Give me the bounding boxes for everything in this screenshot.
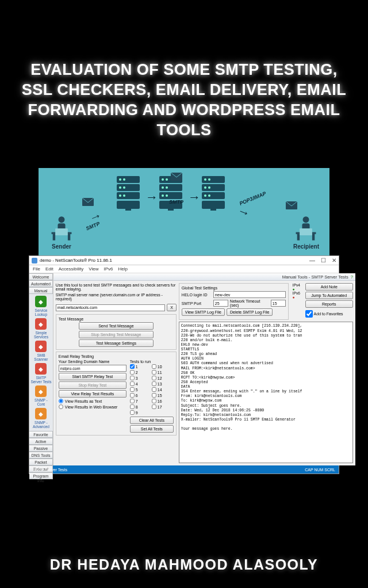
intro-text: Use this tool to send test SMTP messages… — [56, 283, 177, 291]
tool-label[interactable]: SNMP - Core — [30, 398, 52, 406]
test-checkbox-4[interactable] — [130, 381, 135, 386]
tool-label[interactable]: SMTP Server Tests — [30, 376, 52, 384]
set-all-button[interactable]: Set All Tests — [130, 425, 174, 433]
clear-server-button[interactable]: X — [167, 304, 177, 311]
menu-help[interactable]: Help — [118, 266, 127, 272]
relay-domain-label: Your Sending Domain Name — [59, 360, 126, 364]
view-browser-radio[interactable] — [59, 404, 63, 409]
test-checkbox-12[interactable] — [152, 376, 156, 380]
reports-button[interactable]: Reports — [305, 300, 353, 308]
add-note-button[interactable]: Add Note — [305, 283, 353, 291]
protocol-label: SMTP — [169, 199, 183, 205]
tool-label[interactable]: SNMP - Advanced — [30, 421, 52, 429]
ip-indicator: IPv4 ● IPv6 ● — [293, 283, 303, 299]
svg-point-0 — [59, 217, 65, 223]
app-window: demo - NetScanTools® Pro 11.86.1 — ☐ ✕ F… — [29, 255, 339, 474]
helo-label: HELO login ID — [182, 293, 212, 297]
app-icon — [32, 258, 37, 264]
test-checkbox-6[interactable] — [130, 393, 135, 398]
svg-rect-10 — [312, 234, 315, 240]
timeout-input[interactable] — [271, 300, 286, 307]
test-checkbox-9[interactable] — [130, 410, 135, 415]
test-checkbox-3[interactable] — [130, 376, 135, 380]
close-button[interactable]: ✕ — [332, 257, 336, 264]
test-checkbox-7[interactable] — [130, 399, 135, 403]
clear-all-button[interactable]: Clear All Tests — [130, 417, 174, 424]
send-test-button[interactable]: Send Test Message — [79, 322, 154, 330]
test-checkbox-13[interactable] — [152, 381, 156, 386]
tool-icon[interactable]: ◆ — [35, 296, 47, 307]
view-text-radio[interactable] — [59, 399, 63, 403]
test-checkbox-16[interactable] — [152, 399, 156, 403]
relay-group: Email Relay Testing Your Sending Domain … — [56, 352, 177, 436]
tool-icon[interactable]: ◆ — [35, 341, 47, 352]
tool-icon[interactable]: ◆ — [35, 385, 47, 397]
menu-edit[interactable]: Edit — [45, 266, 53, 272]
test-checkbox-1[interactable] — [130, 364, 135, 369]
menubar: File Edit Accessibility View IPv6 Help — [29, 265, 339, 273]
protocol-label: SMTP — [85, 221, 101, 232]
tool-icon[interactable]: ◆ — [35, 363, 47, 375]
maximize-button[interactable]: ☐ — [321, 257, 326, 264]
svg-rect-5 — [55, 228, 68, 235]
test-checkbox-14[interactable] — [152, 387, 156, 392]
sidebar-tab-manual-all[interactable]: Manual Tools (all) — [29, 287, 53, 294]
tool-label[interactable]: SMB Scanner — [30, 353, 52, 361]
tool-label[interactable]: Service Lookup — [30, 308, 52, 316]
smtp-server-input[interactable] — [56, 304, 165, 311]
menu-file[interactable]: File — [33, 266, 40, 272]
main-panel: Manual Tools - SMTP Server Tests ? Use t… — [53, 273, 355, 465]
svg-rect-9 — [297, 234, 300, 240]
fav-checkbox[interactable] — [305, 310, 313, 318]
relay-domain-input[interactable] — [59, 365, 126, 372]
tool-label[interactable]: Simple Services — [30, 331, 52, 339]
sidebar-tab[interactable]: DNS Tools — [29, 452, 53, 459]
test-settings-button[interactable]: Test Message Settings — [79, 339, 154, 347]
arrow-icon: → — [188, 190, 201, 205]
server-icon — [202, 176, 225, 209]
menu-ipv6[interactable]: IPv6 — [103, 266, 113, 272]
status-right: CAP NUM SCRL — [305, 468, 335, 472]
test-message-group: Test Message Send Test Message Stop Send… — [56, 314, 177, 350]
svg-rect-3 — [53, 234, 55, 240]
statusbar: SMTP Server Tests CAP NUM SCRL — [29, 465, 339, 474]
smtp-diagram: Sender Recipient → → → → SMTP SMTP POP3/… — [39, 168, 329, 255]
test-checkbox-15[interactable] — [152, 393, 156, 398]
group-title: Global Test Settings — [182, 286, 286, 290]
help-icon[interactable]: ? — [351, 274, 353, 280]
sidebar-tab[interactable]: Passive Discovery Tools — [29, 445, 53, 452]
stop-relay-button[interactable]: Stop Relay Test — [59, 381, 126, 389]
start-relay-button[interactable]: Start SMTP Relay Test — [59, 373, 126, 380]
tool-icon[interactable]: ◆ — [35, 408, 47, 419]
envelope-icon — [82, 198, 94, 208]
arrow-icon: → — [235, 203, 252, 222]
jump-automated-button[interactable]: Jump To Automated — [305, 292, 353, 299]
status-left: SMTP Server Tests — [33, 468, 67, 472]
helo-input[interactable] — [213, 291, 286, 298]
sidebar-tab[interactable]: Favorite Tools — [29, 431, 53, 438]
sidebar-tab[interactable]: Active Discovery Tools — [29, 438, 53, 445]
test-checkbox-17[interactable] — [152, 404, 156, 409]
stop-sending-button[interactable]: Stop Sending Test Message — [79, 331, 154, 338]
sidebar-tab-welcome[interactable]: Welcome — [29, 273, 53, 280]
sidebar-tab[interactable]: Packet Level Tools — [29, 459, 53, 465]
test-checkbox-2[interactable] — [130, 370, 135, 375]
port-input[interactable] — [213, 300, 228, 307]
test-checkbox-10[interactable] — [152, 364, 156, 369]
smtp-log-output[interactable]: Connecting to mail.netscantools.com [216… — [179, 322, 353, 463]
minimize-button[interactable]: — — [309, 257, 315, 264]
test-checkbox-8[interactable] — [130, 404, 135, 409]
sidebar-tab[interactable]: Program Info — [29, 472, 53, 479]
view-relay-button[interactable]: View Relay Test Results — [59, 390, 126, 398]
view-log-button[interactable]: View SMTP Log File — [182, 308, 225, 316]
svg-point-6 — [303, 217, 309, 223]
menu-view[interactable]: View — [89, 266, 98, 272]
sidebar: Welcome Automated Tools Manual Tools (al… — [29, 273, 53, 465]
test-checkbox-5[interactable] — [130, 387, 135, 392]
tool-icon[interactable]: ◆ — [35, 318, 47, 330]
delete-log-button[interactable]: Delete SMTP Log File — [227, 308, 273, 316]
test-checkbox-11[interactable] — [152, 370, 156, 375]
menu-accessibility[interactable]: Accessibility — [59, 266, 84, 272]
sidebar-tab-automated[interactable]: Automated Tools — [29, 280, 53, 287]
svg-rect-11 — [300, 228, 313, 235]
